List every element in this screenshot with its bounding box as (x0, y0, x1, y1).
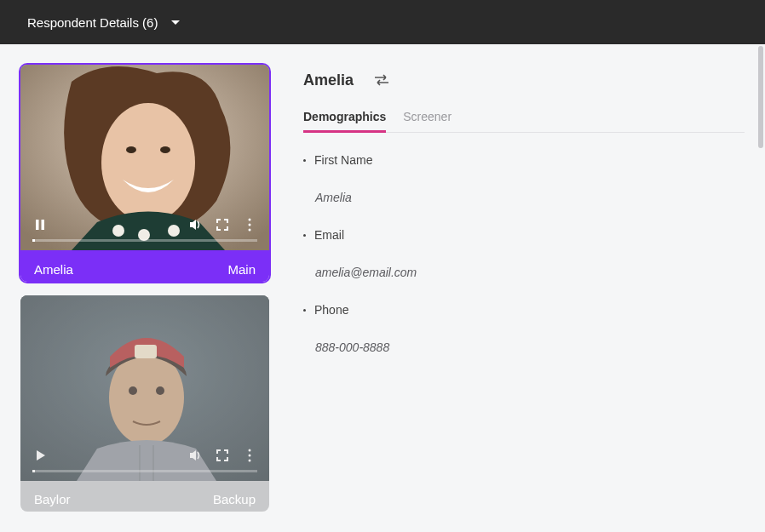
svg-rect-8 (42, 220, 45, 230)
fullscreen-icon[interactable] (215, 217, 230, 232)
field-label-text: Phone (314, 303, 348, 317)
respondent-card[interactable]: Baylor Backup (20, 295, 269, 512)
respondent-video (20, 295, 269, 481)
svg-point-13 (109, 350, 184, 445)
tab-screener[interactable]: Screener (403, 110, 452, 132)
fullscreen-icon[interactable] (215, 448, 230, 463)
svg-point-2 (126, 146, 136, 153)
video-controls (20, 207, 269, 250)
tab-label: Screener (403, 110, 452, 123)
more-vertical-icon[interactable] (242, 217, 257, 232)
tabs: Demographics Screener (303, 110, 745, 133)
content-area: Amelia Main (0, 44, 765, 532)
bullet-icon (303, 234, 306, 237)
detail-panel: Amelia Demographics Screener First Name … (303, 65, 745, 512)
svg-rect-12 (20, 295, 269, 481)
page-header: Respondent Details (6) (0, 0, 765, 44)
field-label-text: Email (314, 228, 344, 242)
svg-point-1 (101, 103, 195, 222)
tab-demographics[interactable]: Demographics (303, 110, 386, 132)
field-phone: Phone 888-000-8888 (303, 303, 745, 354)
field-value: Amelia (303, 191, 745, 204)
bullet-icon (303, 309, 306, 312)
svg-point-10 (249, 224, 251, 226)
respondent-video (20, 65, 269, 250)
tab-label: Demographics (303, 110, 386, 123)
svg-rect-14 (135, 345, 157, 358)
respondent-name: Amelia (34, 262, 73, 277)
bullet-icon (303, 159, 306, 162)
field-value: 888-000-8888 (303, 340, 745, 354)
detail-name: Amelia (303, 72, 354, 89)
volume-icon[interactable] (187, 448, 203, 463)
field-label-text: First Name (314, 153, 372, 167)
video-progress-bar[interactable] (32, 239, 257, 242)
field-first-name: First Name Amelia (303, 153, 745, 204)
header-title-text: Respondent Details (6) (27, 15, 158, 30)
respondent-role: Main (227, 262, 256, 277)
svg-point-18 (249, 454, 251, 456)
svg-point-3 (160, 146, 170, 153)
swap-icon[interactable] (374, 73, 389, 89)
video-progress-fill (32, 470, 35, 472)
video-progress-fill (32, 239, 35, 242)
svg-point-19 (249, 459, 251, 461)
portrait-image (20, 295, 269, 481)
svg-point-16 (156, 386, 164, 395)
respondent-name: Baylor (34, 492, 71, 506)
volume-icon[interactable] (187, 217, 203, 232)
respondent-card-list: Amelia Main (20, 65, 269, 512)
header-title-dropdown[interactable]: Respondent Details (6) (27, 15, 180, 30)
video-progress-bar[interactable] (32, 470, 257, 472)
pause-icon[interactable] (32, 217, 48, 232)
respondent-card[interactable]: Amelia Main (20, 65, 269, 282)
svg-point-9 (249, 219, 251, 221)
play-icon[interactable] (32, 448, 48, 463)
field-value: amelia@email.com (303, 266, 745, 279)
field-email: Email amelia@email.com (303, 228, 745, 279)
svg-rect-7 (36, 220, 39, 230)
more-vertical-icon[interactable] (242, 448, 257, 463)
svg-point-17 (249, 449, 251, 451)
respondent-role: Backup (213, 492, 256, 506)
svg-point-15 (129, 386, 137, 395)
svg-point-11 (249, 229, 251, 232)
scrollbar[interactable] (758, 46, 763, 148)
video-controls (20, 438, 269, 481)
card-footer: Amelia Main (20, 250, 269, 282)
card-footer: Baylor Backup (20, 481, 269, 512)
chevron-down-icon (171, 20, 180, 25)
